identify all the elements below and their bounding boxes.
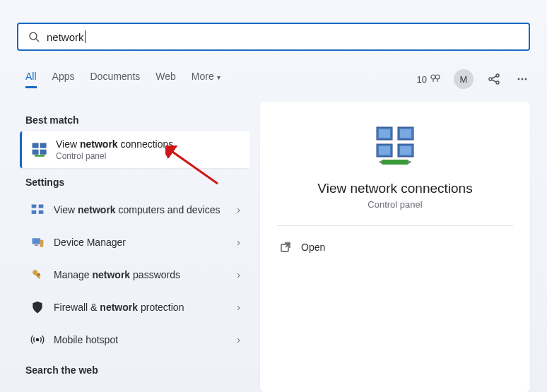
best-match-header: Best match (25, 114, 245, 126)
settings-item-firewall[interactable]: Firewall & network protection › (20, 291, 250, 323)
settings-header: Settings (25, 177, 245, 188)
svg-point-3 (435, 75, 440, 79)
panel-subtitle: Control panel (277, 199, 513, 210)
more-options-icon[interactable] (514, 71, 530, 87)
svg-point-7 (496, 74, 499, 77)
tab-more[interactable]: More▾ (192, 71, 220, 88)
text-cursor (85, 30, 86, 43)
svg-rect-17 (40, 150, 46, 154)
svg-line-42 (286, 243, 290, 247)
open-label: Open (301, 242, 325, 253)
svg-line-1 (36, 39, 39, 42)
svg-point-8 (496, 81, 499, 84)
filter-tabs: All Apps Documents Web More▾ (25, 71, 220, 88)
results-left-column: Best match View network connections Cont… (20, 106, 250, 381)
search-bar[interactable]: network (17, 23, 530, 51)
best-match-result[interactable]: View network connections Control panel (20, 131, 250, 168)
keys-icon (30, 267, 45, 283)
svg-rect-33 (400, 129, 411, 138)
chevron-right-icon: › (237, 334, 240, 345)
chevron-right-icon: › (237, 302, 240, 313)
svg-point-0 (30, 32, 37, 40)
svg-rect-35 (379, 146, 390, 155)
svg-rect-22 (39, 210, 44, 214)
svg-rect-19 (32, 205, 37, 208)
svg-point-12 (522, 78, 524, 81)
settings-item-manage-passwords[interactable]: Manage network passwords › (20, 259, 250, 291)
user-avatar[interactable]: M (454, 69, 474, 89)
svg-point-13 (525, 78, 527, 81)
svg-point-29 (36, 338, 38, 340)
rewards-badge[interactable]: 10 (417, 73, 441, 86)
tab-web[interactable]: Web (155, 71, 176, 88)
best-match-text: View network connections Control panel (56, 138, 173, 161)
rewards-count: 10 (417, 74, 427, 85)
details-panel: View network connections Control panel O… (260, 102, 530, 392)
svg-point-11 (518, 78, 520, 81)
svg-rect-37 (400, 146, 411, 155)
svg-rect-21 (32, 210, 37, 214)
settings-item-network-computers[interactable]: View network computers and devices › (20, 194, 250, 226)
network-computers-icon (30, 202, 45, 218)
open-external-icon (280, 242, 291, 253)
chevron-right-icon: › (237, 237, 240, 248)
svg-rect-23 (33, 238, 41, 244)
svg-rect-31 (379, 129, 390, 138)
svg-rect-16 (33, 150, 38, 154)
search-input-text[interactable]: network (47, 31, 84, 43)
svg-line-9 (492, 76, 496, 78)
network-connections-icon (32, 142, 47, 158)
network-connections-large-icon (372, 124, 418, 170)
medal-icon (430, 73, 441, 86)
settings-item-mobile-hotspot[interactable]: Mobile hotspot › (20, 323, 250, 356)
svg-rect-14 (33, 143, 38, 148)
header-right-icons: 10 M (417, 69, 530, 89)
panel-title: View network connections (277, 181, 513, 196)
settings-list: View network computers and devices › Dev… (20, 194, 250, 356)
svg-point-2 (431, 75, 435, 79)
search-icon (28, 31, 40, 42)
chevron-right-icon: › (237, 204, 240, 215)
open-action[interactable]: Open (277, 236, 513, 259)
tab-apps[interactable]: Apps (52, 71, 75, 88)
svg-rect-40 (408, 161, 411, 163)
chevron-down-icon: ▾ (217, 73, 220, 81)
share-icon[interactable] (486, 71, 502, 87)
tab-documents[interactable]: Documents (90, 71, 140, 88)
tab-all[interactable]: All (25, 71, 37, 88)
hotspot-icon (30, 332, 45, 348)
svg-rect-25 (40, 240, 43, 247)
svg-rect-39 (380, 161, 382, 163)
svg-point-28 (37, 273, 40, 277)
search-web-header: Search the web (25, 364, 245, 376)
svg-rect-15 (40, 143, 46, 148)
svg-rect-18 (35, 155, 45, 156)
panel-divider (277, 225, 513, 226)
settings-item-device-manager[interactable]: Device Manager › (20, 226, 250, 259)
svg-point-6 (489, 78, 492, 81)
svg-line-10 (492, 80, 496, 82)
filter-tabs-row: All Apps Documents Web More▾ 10 M (25, 68, 530, 90)
shield-icon (30, 299, 45, 315)
device-manager-icon (30, 234, 45, 250)
chevron-right-icon: › (237, 269, 240, 280)
svg-rect-38 (381, 160, 409, 165)
svg-rect-24 (35, 244, 38, 246)
svg-rect-20 (39, 205, 44, 208)
